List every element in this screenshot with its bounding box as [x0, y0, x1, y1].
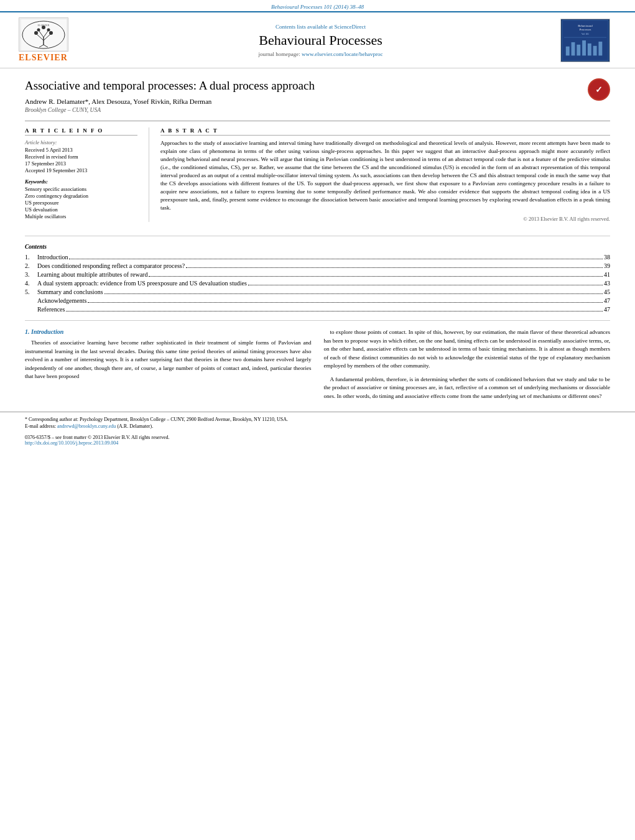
footnote-area: * Corresponding author at: Psychology De…	[0, 412, 635, 432]
contents-item-1: Introduction 38	[37, 254, 610, 261]
section-divider-1	[25, 236, 610, 236]
crossmark-icon: ✓	[588, 78, 610, 101]
sciencedirect-link[interactable]: ScienceDirect	[335, 24, 366, 30]
contents-num-3: 3.	[25, 271, 37, 278]
article-main: ✓ Associative and temporal processes: A …	[0, 68, 635, 228]
footnote-email-line: E-mail address: andrewd@brooklyn.cuny.ed…	[25, 423, 610, 430]
contents-row-4: 4. A dual system approach: evidence from…	[25, 280, 610, 287]
svg-text:ELSEVIER: ELSEVIER	[37, 24, 49, 27]
svg-rect-22	[577, 44, 580, 55]
history-label: Article history:	[25, 139, 137, 145]
authors-line: Andrew R. Delamater*, Alex Desouza, Yose…	[25, 98, 610, 105]
revised-date: 17 September 2013	[25, 160, 137, 167]
header-center: Contents lists available at ScienceDirec…	[87, 24, 554, 57]
intro-para-right-2: A fundamental problem, therefore, is in …	[324, 376, 611, 401]
journal-cover-image: Behavioural Processes Vol 101	[560, 19, 610, 62]
footnote-corresponding: * Corresponding author at: Psychology De…	[25, 416, 610, 423]
article-info-header: A R T I C L E I N F O	[25, 127, 137, 136]
homepage-url[interactable]: www.elsevier.com/locate/behavproc	[302, 51, 382, 57]
contents-row-7: References 47	[25, 306, 610, 313]
journal-title-header: Behavioural Processes	[87, 32, 554, 48]
contents-row-2: 2. Does conditioned responding reflect a…	[25, 262, 610, 269]
intro-para-right-1: to explore those points of contact. In s…	[324, 328, 611, 371]
svg-text:✓: ✓	[595, 85, 603, 95]
abstract-header: A B S T R A C T	[160, 127, 610, 136]
svg-rect-21	[572, 42, 575, 55]
received-date: Received 5 April 2013	[25, 147, 137, 153]
svg-rect-23	[582, 40, 586, 55]
svg-text:Behavioural: Behavioural	[578, 24, 593, 27]
abstract-column: A B S T R A C T Approaches to the study …	[149, 127, 610, 222]
contents-num-1: 1.	[25, 254, 37, 261]
svg-rect-20	[566, 46, 570, 55]
email-label: E-mail address:	[25, 423, 56, 429]
issn-line: 0376-6357/$ – see front matter © 2013 El…	[25, 435, 610, 440]
keyword-3: US preexposure	[25, 200, 137, 206]
keywords-block: Keywords: Sensory specific associations …	[25, 178, 137, 219]
contents-section: Contents 1. Introduction 38 2. Does cond…	[0, 244, 635, 313]
page: Behavioural Processes 101 (2014) 38–48	[0, 0, 635, 840]
footnote-email-link[interactable]: andrewd@brooklyn.cuny.edu	[57, 423, 116, 429]
contents-item-7: References 47	[37, 306, 610, 313]
article-title: Associative and temporal processes: A du…	[25, 78, 610, 94]
elsevier-tree-image: ELSEVIER	[19, 17, 68, 52]
svg-point-7	[34, 31, 38, 35]
contents-item-2: Does conditioned responding reflect a co…	[37, 262, 610, 269]
contents-available-line: Contents lists available at ScienceDirec…	[87, 24, 554, 30]
intro-heading: 1. Introduction	[25, 328, 312, 335]
svg-point-9	[37, 28, 40, 31]
contents-num-5: 5.	[25, 288, 37, 295]
journal-cover: Behavioural Processes Vol 101	[560, 19, 616, 62]
doi-url[interactable]: http://dx.doi.org/10.1016/j.beproc.2013.…	[25, 440, 118, 446]
affiliation-line: Brooklyn College – CUNY, USA	[25, 107, 610, 113]
keywords-label: Keywords:	[25, 178, 137, 185]
keyword-4: US devaluation	[25, 206, 137, 213]
svg-rect-24	[588, 43, 591, 55]
intro-col-left: 1. Introduction Theories of associative …	[25, 328, 312, 405]
contents-item-6: Acknowledgements 47	[37, 297, 610, 304]
journal-header: ELSEVIER ELSEVIER Contents lists availab…	[0, 11, 635, 68]
intro-para-left-1: Theories of associative learning have be…	[25, 339, 312, 381]
introduction-section: 1. Introduction Theories of associative …	[0, 328, 635, 405]
footnote-email-suffix: (A.R. Delamater).	[117, 423, 153, 429]
svg-point-10	[47, 28, 50, 31]
keyword-5: Multiple oscillators	[25, 213, 137, 219]
contents-row-5: 5. Summary and conclusions 45	[25, 288, 610, 295]
article-info-abstract-section: A R T I C L E I N F O Article history: R…	[25, 121, 610, 222]
copyright-line: © 2013 Elsevier B.V. All rights reserved…	[160, 216, 610, 222]
bottom-info: 0376-6357/$ – see front matter © 2013 El…	[0, 432, 635, 448]
contents-row-3: 3. Learning about multiple attributes of…	[25, 271, 610, 278]
doi-line: http://dx.doi.org/10.1016/j.beproc.2013.…	[25, 440, 610, 446]
intro-col-right: to explore those points of contact. In s…	[324, 328, 611, 405]
svg-rect-25	[593, 45, 597, 55]
contents-num-4: 4.	[25, 280, 37, 287]
contents-row-6: Acknowledgements 47	[25, 297, 610, 304]
abstract-text: Approaches to the study of associative l…	[160, 139, 610, 212]
contents-row-1: 1. Introduction 38	[25, 254, 610, 261]
svg-text:Processes: Processes	[580, 28, 591, 31]
crossmark-badge[interactable]: ✓	[588, 78, 610, 101]
contents-num-2: 2.	[25, 262, 37, 269]
article-info-column: A R T I C L E I N F O Article history: R…	[25, 127, 149, 222]
contents-item-4: A dual system approach: evidence from US…	[37, 280, 610, 287]
contents-item-3: Learning about multiple attributes of re…	[37, 271, 610, 278]
homepage-line: journal homepage: www.elsevier.com/locat…	[87, 51, 554, 57]
keyword-1: Sensory specific associations	[25, 186, 137, 192]
section-divider-2	[25, 320, 610, 321]
elsevier-logo: ELSEVIER ELSEVIER	[19, 17, 81, 63]
svg-text:Vol 101: Vol 101	[582, 33, 589, 35]
contents-item-5: Summary and conclusions 45	[37, 288, 610, 295]
svg-point-8	[49, 31, 53, 35]
accepted-date: Accepted 19 September 2013	[25, 167, 137, 173]
keyword-2: Zero contingency degradation	[25, 193, 137, 199]
contents-title: Contents	[25, 244, 610, 250]
received-revised-label: Received in revised form	[25, 154, 137, 160]
svg-rect-26	[598, 41, 602, 55]
elsevier-text: ELSEVIER	[19, 53, 68, 63]
journal-reference: Behavioural Processes 101 (2014) 38–48	[0, 0, 635, 11]
